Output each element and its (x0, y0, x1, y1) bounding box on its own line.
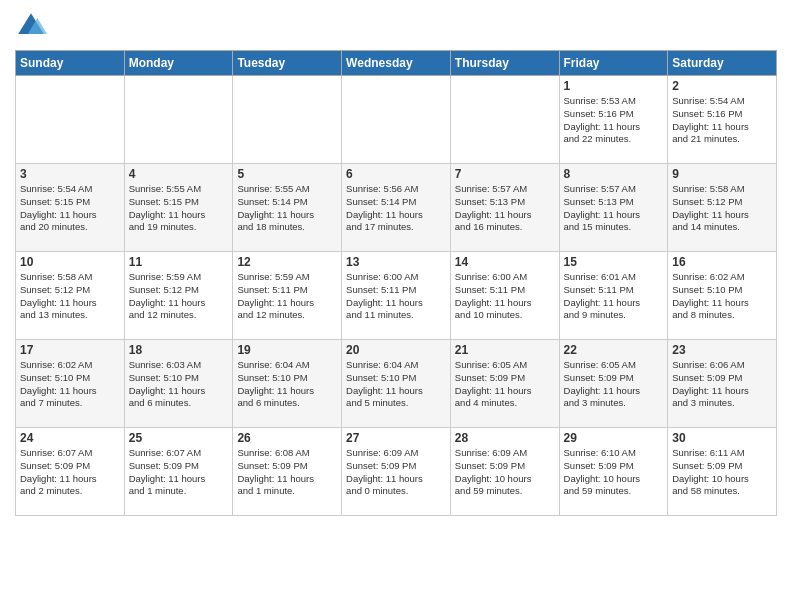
calendar-cell: 22Sunrise: 6:05 AM Sunset: 5:09 PM Dayli… (559, 340, 668, 428)
calendar-cell (342, 76, 451, 164)
day-number: 18 (129, 343, 229, 357)
day-info: Sunrise: 5:57 AM Sunset: 5:13 PM Dayligh… (455, 183, 555, 234)
day-info: Sunrise: 6:02 AM Sunset: 5:10 PM Dayligh… (672, 271, 772, 322)
calendar-cell: 2Sunrise: 5:54 AM Sunset: 5:16 PM Daylig… (668, 76, 777, 164)
calendar-cell: 10Sunrise: 5:58 AM Sunset: 5:12 PM Dayli… (16, 252, 125, 340)
day-info: Sunrise: 6:03 AM Sunset: 5:10 PM Dayligh… (129, 359, 229, 410)
calendar-week-3: 10Sunrise: 5:58 AM Sunset: 5:12 PM Dayli… (16, 252, 777, 340)
calendar-week-2: 3Sunrise: 5:54 AM Sunset: 5:15 PM Daylig… (16, 164, 777, 252)
header (15, 10, 777, 42)
day-info: Sunrise: 5:59 AM Sunset: 5:12 PM Dayligh… (129, 271, 229, 322)
day-number: 4 (129, 167, 229, 181)
day-number: 14 (455, 255, 555, 269)
day-number: 9 (672, 167, 772, 181)
day-number: 13 (346, 255, 446, 269)
calendar-cell (450, 76, 559, 164)
day-number: 21 (455, 343, 555, 357)
day-number: 16 (672, 255, 772, 269)
calendar-cell: 29Sunrise: 6:10 AM Sunset: 5:09 PM Dayli… (559, 428, 668, 516)
day-number: 3 (20, 167, 120, 181)
day-number: 23 (672, 343, 772, 357)
day-info: Sunrise: 6:07 AM Sunset: 5:09 PM Dayligh… (20, 447, 120, 498)
calendar-cell (233, 76, 342, 164)
calendar-cell: 11Sunrise: 5:59 AM Sunset: 5:12 PM Dayli… (124, 252, 233, 340)
day-number: 22 (564, 343, 664, 357)
calendar-cell: 20Sunrise: 6:04 AM Sunset: 5:10 PM Dayli… (342, 340, 451, 428)
day-number: 7 (455, 167, 555, 181)
day-info: Sunrise: 6:00 AM Sunset: 5:11 PM Dayligh… (346, 271, 446, 322)
day-info: Sunrise: 5:55 AM Sunset: 5:15 PM Dayligh… (129, 183, 229, 234)
calendar-cell: 9Sunrise: 5:58 AM Sunset: 5:12 PM Daylig… (668, 164, 777, 252)
calendar-cell: 8Sunrise: 5:57 AM Sunset: 5:13 PM Daylig… (559, 164, 668, 252)
calendar-cell: 28Sunrise: 6:09 AM Sunset: 5:09 PM Dayli… (450, 428, 559, 516)
day-info: Sunrise: 6:09 AM Sunset: 5:09 PM Dayligh… (346, 447, 446, 498)
day-number: 24 (20, 431, 120, 445)
calendar-header-saturday: Saturday (668, 51, 777, 76)
day-info: Sunrise: 5:57 AM Sunset: 5:13 PM Dayligh… (564, 183, 664, 234)
calendar-header-sunday: Sunday (16, 51, 125, 76)
calendar-cell: 12Sunrise: 5:59 AM Sunset: 5:11 PM Dayli… (233, 252, 342, 340)
day-number: 6 (346, 167, 446, 181)
calendar: SundayMondayTuesdayWednesdayThursdayFrid… (15, 50, 777, 516)
day-number: 28 (455, 431, 555, 445)
day-number: 17 (20, 343, 120, 357)
day-number: 27 (346, 431, 446, 445)
page: SundayMondayTuesdayWednesdayThursdayFrid… (0, 0, 792, 612)
day-info: Sunrise: 6:05 AM Sunset: 5:09 PM Dayligh… (455, 359, 555, 410)
calendar-cell (124, 76, 233, 164)
calendar-cell: 14Sunrise: 6:00 AM Sunset: 5:11 PM Dayli… (450, 252, 559, 340)
calendar-cell: 30Sunrise: 6:11 AM Sunset: 5:09 PM Dayli… (668, 428, 777, 516)
calendar-cell: 23Sunrise: 6:06 AM Sunset: 5:09 PM Dayli… (668, 340, 777, 428)
calendar-header-tuesday: Tuesday (233, 51, 342, 76)
day-info: Sunrise: 6:04 AM Sunset: 5:10 PM Dayligh… (346, 359, 446, 410)
day-info: Sunrise: 5:58 AM Sunset: 5:12 PM Dayligh… (20, 271, 120, 322)
day-info: Sunrise: 5:54 AM Sunset: 5:16 PM Dayligh… (672, 95, 772, 146)
day-number: 19 (237, 343, 337, 357)
calendar-cell: 19Sunrise: 6:04 AM Sunset: 5:10 PM Dayli… (233, 340, 342, 428)
day-info: Sunrise: 5:53 AM Sunset: 5:16 PM Dayligh… (564, 95, 664, 146)
calendar-cell: 16Sunrise: 6:02 AM Sunset: 5:10 PM Dayli… (668, 252, 777, 340)
day-number: 30 (672, 431, 772, 445)
day-info: Sunrise: 5:59 AM Sunset: 5:11 PM Dayligh… (237, 271, 337, 322)
calendar-cell: 26Sunrise: 6:08 AM Sunset: 5:09 PM Dayli… (233, 428, 342, 516)
day-info: Sunrise: 6:11 AM Sunset: 5:09 PM Dayligh… (672, 447, 772, 498)
calendar-header-friday: Friday (559, 51, 668, 76)
logo-icon (15, 10, 47, 42)
calendar-cell: 3Sunrise: 5:54 AM Sunset: 5:15 PM Daylig… (16, 164, 125, 252)
calendar-cell: 1Sunrise: 5:53 AM Sunset: 5:16 PM Daylig… (559, 76, 668, 164)
day-info: Sunrise: 6:01 AM Sunset: 5:11 PM Dayligh… (564, 271, 664, 322)
calendar-week-4: 17Sunrise: 6:02 AM Sunset: 5:10 PM Dayli… (16, 340, 777, 428)
calendar-cell: 15Sunrise: 6:01 AM Sunset: 5:11 PM Dayli… (559, 252, 668, 340)
day-info: Sunrise: 6:09 AM Sunset: 5:09 PM Dayligh… (455, 447, 555, 498)
calendar-cell: 5Sunrise: 5:55 AM Sunset: 5:14 PM Daylig… (233, 164, 342, 252)
calendar-cell: 18Sunrise: 6:03 AM Sunset: 5:10 PM Dayli… (124, 340, 233, 428)
calendar-header-row: SundayMondayTuesdayWednesdayThursdayFrid… (16, 51, 777, 76)
day-number: 25 (129, 431, 229, 445)
day-info: Sunrise: 5:56 AM Sunset: 5:14 PM Dayligh… (346, 183, 446, 234)
day-info: Sunrise: 6:07 AM Sunset: 5:09 PM Dayligh… (129, 447, 229, 498)
calendar-cell (16, 76, 125, 164)
day-number: 2 (672, 79, 772, 93)
calendar-week-5: 24Sunrise: 6:07 AM Sunset: 5:09 PM Dayli… (16, 428, 777, 516)
day-info: Sunrise: 6:05 AM Sunset: 5:09 PM Dayligh… (564, 359, 664, 410)
calendar-header-monday: Monday (124, 51, 233, 76)
calendar-cell: 7Sunrise: 5:57 AM Sunset: 5:13 PM Daylig… (450, 164, 559, 252)
day-info: Sunrise: 6:06 AM Sunset: 5:09 PM Dayligh… (672, 359, 772, 410)
calendar-cell: 6Sunrise: 5:56 AM Sunset: 5:14 PM Daylig… (342, 164, 451, 252)
calendar-week-1: 1Sunrise: 5:53 AM Sunset: 5:16 PM Daylig… (16, 76, 777, 164)
calendar-header-wednesday: Wednesday (342, 51, 451, 76)
day-number: 20 (346, 343, 446, 357)
day-info: Sunrise: 6:10 AM Sunset: 5:09 PM Dayligh… (564, 447, 664, 498)
day-info: Sunrise: 6:02 AM Sunset: 5:10 PM Dayligh… (20, 359, 120, 410)
day-info: Sunrise: 6:00 AM Sunset: 5:11 PM Dayligh… (455, 271, 555, 322)
logo (15, 10, 49, 42)
calendar-cell: 13Sunrise: 6:00 AM Sunset: 5:11 PM Dayli… (342, 252, 451, 340)
calendar-cell: 27Sunrise: 6:09 AM Sunset: 5:09 PM Dayli… (342, 428, 451, 516)
calendar-cell: 25Sunrise: 6:07 AM Sunset: 5:09 PM Dayli… (124, 428, 233, 516)
calendar-cell: 21Sunrise: 6:05 AM Sunset: 5:09 PM Dayli… (450, 340, 559, 428)
calendar-cell: 17Sunrise: 6:02 AM Sunset: 5:10 PM Dayli… (16, 340, 125, 428)
calendar-cell: 24Sunrise: 6:07 AM Sunset: 5:09 PM Dayli… (16, 428, 125, 516)
day-number: 26 (237, 431, 337, 445)
day-number: 10 (20, 255, 120, 269)
day-info: Sunrise: 6:08 AM Sunset: 5:09 PM Dayligh… (237, 447, 337, 498)
